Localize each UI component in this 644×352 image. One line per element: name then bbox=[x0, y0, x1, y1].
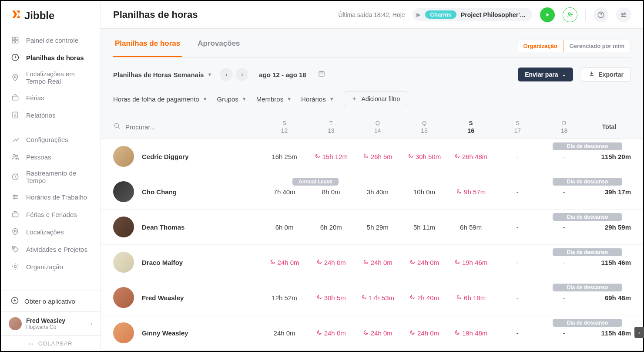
hours-cell[interactable]: - bbox=[541, 294, 587, 301]
scope-managed[interactable]: Gerenciado por mim bbox=[564, 40, 631, 52]
edge-collapse-tab[interactable]: ‹ bbox=[634, 327, 644, 338]
day-column-header[interactable]: D18 bbox=[541, 120, 587, 134]
hours-cell[interactable]: 6h 18m bbox=[448, 294, 494, 301]
settings-button[interactable] bbox=[616, 7, 631, 22]
hours-cell[interactable]: 6h 20m bbox=[308, 223, 354, 231]
hours-cell[interactable]: - bbox=[541, 259, 587, 266]
scope-organization[interactable]: Organização bbox=[517, 40, 564, 52]
hours-cell[interactable]: 5h 29m bbox=[354, 223, 401, 231]
rest-day-badge: Dia de descanso bbox=[553, 284, 622, 291]
sidebar-item[interactable]: Férias e Feriados bbox=[1, 206, 101, 223]
hours-cell[interactable]: 24h 0m bbox=[308, 259, 354, 266]
sidebar-item[interactable]: Localizações em Tempo Real bbox=[1, 66, 101, 89]
table-row[interactable]: Dia de descanso Draco Malfoy 24h 0m24h 0… bbox=[101, 245, 643, 280]
sidebar-item[interactable]: Pessoas bbox=[1, 148, 101, 166]
table-row[interactable]: Dia de descanso Dean Thomas 6h 0m6h 20m5… bbox=[101, 210, 643, 245]
hours-cell[interactable]: - bbox=[541, 153, 587, 160]
play-button[interactable] bbox=[540, 7, 555, 22]
hours-cell[interactable]: 10h 0m bbox=[401, 188, 447, 196]
collapse-button[interactable]: ‹‹ COLAPSAR bbox=[1, 335, 101, 351]
user-card[interactable]: Fred Weasley Hogwarts Co › bbox=[1, 311, 101, 335]
hours-cell[interactable]: 9h 57m bbox=[448, 188, 494, 196]
hours-cell[interactable]: 12h 52m bbox=[261, 294, 308, 301]
sidebar-item[interactable]: Rastreamento de Tempo bbox=[1, 166, 101, 188]
hours-cell[interactable]: 30h 5m bbox=[308, 294, 354, 301]
hours-cell[interactable]: 24h 0m bbox=[354, 329, 401, 337]
row-total: 69h 48m bbox=[587, 294, 631, 301]
table-row[interactable]: Dia de descanso Annual Leave Cho Chang 7… bbox=[101, 174, 643, 210]
hours-cell[interactable]: - bbox=[494, 223, 541, 231]
filter-members[interactable]: Membros ▼ bbox=[256, 95, 292, 103]
hours-cell[interactable]: 8h 0m bbox=[308, 188, 354, 196]
logo[interactable]: Jibble bbox=[1, 1, 101, 29]
hours-cell[interactable]: 16h 25m bbox=[261, 153, 308, 160]
day-column-header[interactable]: S17 bbox=[494, 120, 541, 134]
hours-cell[interactable]: - bbox=[494, 188, 541, 196]
hours-cell[interactable]: 2h 40m bbox=[401, 294, 447, 301]
day-column-header[interactable]: S12 bbox=[261, 120, 308, 134]
hours-cell[interactable]: 24h 0m bbox=[401, 329, 447, 337]
sidebar-item[interactable]: Atividades e Projetos bbox=[1, 240, 101, 258]
tab-approvals[interactable]: Aprovações bbox=[196, 35, 242, 57]
sidebar-item[interactable]: Horários de Trabalho bbox=[1, 188, 101, 206]
hours-cell[interactable]: 6h 59m bbox=[448, 223, 494, 231]
hours-cell[interactable]: 19h 48m bbox=[448, 329, 494, 337]
send-to-button[interactable]: Enviar para ⌄ bbox=[518, 68, 573, 81]
hours-cell[interactable]: 15h 12m bbox=[308, 153, 354, 160]
hours-cell[interactable]: - bbox=[541, 188, 587, 196]
hours-cell[interactable]: 17h 53m bbox=[354, 294, 401, 301]
scope-toggle: Organização Gerenciado por mim bbox=[517, 40, 631, 52]
hours-cell[interactable]: 19h 46m bbox=[448, 259, 494, 266]
hours-cell[interactable]: 7h 40m bbox=[261, 188, 308, 196]
hours-cell[interactable]: - bbox=[541, 223, 587, 231]
table-row[interactable]: Dia de descanso Cedric Diggory 16h 25m15… bbox=[101, 139, 643, 174]
hours-cell[interactable]: 5h 11m bbox=[401, 223, 447, 231]
tab-timesheets[interactable]: Planilhas de horas bbox=[113, 35, 182, 57]
day-column-header[interactable]: Q15 bbox=[401, 120, 447, 134]
hours-cell[interactable]: - bbox=[494, 153, 541, 160]
person-button[interactable] bbox=[563, 7, 577, 22]
filter-groups[interactable]: Grupos ▼ bbox=[217, 95, 247, 103]
hours-cell[interactable]: - bbox=[541, 329, 587, 337]
export-button[interactable]: Exportar bbox=[581, 67, 631, 82]
schedule-icon bbox=[10, 192, 20, 202]
get-app-button[interactable]: Obter o aplicativo bbox=[1, 291, 101, 311]
hours-cell[interactable]: - bbox=[494, 259, 541, 266]
day-column-header[interactable]: S16 bbox=[448, 120, 494, 134]
filter-payroll-hours[interactable]: Horas de folha de pagamento ▼ bbox=[113, 95, 208, 103]
sidebar-item[interactable]: Localizações bbox=[1, 223, 101, 240]
sidebar-item[interactable]: Configurações bbox=[1, 131, 101, 148]
filter-schedules[interactable]: Horários ▼ bbox=[301, 95, 334, 103]
sidebar-item[interactable]: Painel de controle bbox=[1, 31, 101, 49]
hours-cell[interactable]: 26h 48m bbox=[448, 153, 494, 160]
hours-cell[interactable]: 24h 0m bbox=[401, 259, 447, 266]
hours-cell[interactable]: 26h 5m bbox=[354, 153, 401, 160]
help-button[interactable] bbox=[594, 7, 608, 22]
hours-cell[interactable]: 24h 0m bbox=[261, 329, 308, 337]
sidebar-item[interactable]: Férias bbox=[1, 89, 101, 106]
sidebar-item[interactable]: Planilhas de horas bbox=[1, 49, 101, 66]
next-week-button[interactable]: › bbox=[235, 68, 248, 81]
add-filter-button[interactable]: ＋ Adicionar filtro bbox=[344, 91, 408, 106]
calendar-icon[interactable] bbox=[318, 70, 325, 79]
hours-cell[interactable]: - bbox=[494, 329, 541, 337]
hours-cell[interactable]: 3h 40m bbox=[354, 188, 401, 196]
hours-cell[interactable]: 30h 50m bbox=[401, 153, 447, 160]
sidebar-item[interactable]: Organização bbox=[1, 258, 101, 275]
day-column-header[interactable]: T13 bbox=[308, 120, 354, 134]
hours-cell[interactable]: - bbox=[494, 294, 541, 301]
hours-cell[interactable]: 24h 0m bbox=[308, 329, 354, 337]
total-header: Total bbox=[587, 123, 631, 130]
sidebar-item[interactable]: Relatórios bbox=[1, 106, 101, 124]
table-row[interactable]: Dia de descanso Fred Weasley 12h 52m30h … bbox=[101, 280, 643, 315]
hours-cell[interactable]: 6h 0m bbox=[261, 223, 308, 231]
table-row[interactable]: Dia de descanso Ginny Weasley 24h 0m24h … bbox=[101, 315, 643, 351]
overtime-icon bbox=[316, 259, 322, 266]
hours-cell[interactable]: 24h 0m bbox=[261, 259, 308, 266]
prev-week-button[interactable]: ‹ bbox=[220, 68, 233, 81]
day-column-header[interactable]: Q14 bbox=[354, 120, 401, 134]
project-selector[interactable]: ▶ Charms Project Philosopher's St... bbox=[413, 8, 532, 21]
period-select[interactable]: Planilhas de Horas Semanais ▼ bbox=[113, 71, 212, 78]
search-input[interactable] bbox=[125, 123, 261, 131]
hours-cell[interactable]: 24h 0m bbox=[354, 259, 401, 266]
